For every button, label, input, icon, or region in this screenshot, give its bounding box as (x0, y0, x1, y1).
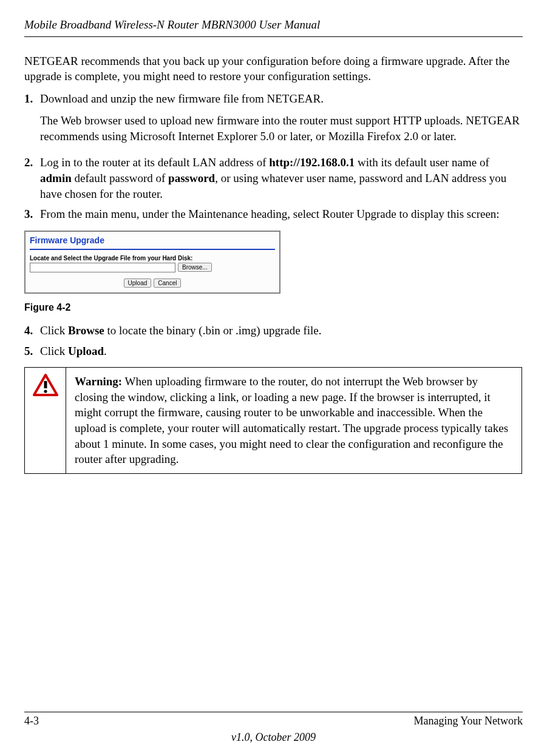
file-input[interactable] (30, 263, 175, 272)
browse-ref: Browse (68, 324, 104, 337)
step-number: 3. (24, 206, 40, 222)
section-title: Managing Your Network (414, 715, 523, 727)
warning-label: Warning: (75, 375, 122, 388)
step-number: 4. (24, 323, 40, 339)
step-2: 2. Log in to the router at its default L… (24, 155, 523, 201)
password-text: password (168, 172, 215, 184)
step-text: Download and unzip the new firmware file… (40, 92, 324, 105)
step-number: 2. (24, 155, 40, 201)
svg-point-2 (44, 390, 47, 393)
version-date: v1.0, October 2009 (24, 731, 523, 744)
svg-rect-1 (44, 381, 47, 388)
step-1: 1. Download and unzip the new firmware f… (24, 91, 523, 150)
warning-body: When uploading firmware to the router, d… (75, 375, 508, 465)
warning-box: Warning: When uploading firmware to the … (24, 367, 522, 474)
step-5: 5. Click Upload. (24, 343, 523, 359)
page-footer: 4-3 Managing Your Network v1.0, October … (24, 712, 523, 744)
firmware-upgrade-panel: Firmware Upgrade Locate and Select the U… (24, 231, 280, 294)
intro-paragraph: NETGEAR recommends that you back up your… (24, 54, 523, 84)
header-title: Mobile Broadband Wireless-N Router MBRN3… (24, 18, 523, 37)
page-number: 4-3 (24, 715, 39, 727)
divider (30, 249, 275, 250)
step-number: 5. (24, 343, 40, 359)
cancel-button[interactable]: Cancel (154, 278, 181, 288)
step-subtext: The Web browser used to upload new firmw… (40, 113, 523, 144)
step-4: 4. Click Browse to locate the binary (.b… (24, 323, 523, 339)
upload-button[interactable]: Upload (124, 278, 152, 288)
warning-icon-cell (25, 368, 66, 473)
figure-caption: Figure 4-2 (24, 302, 523, 313)
url-text: http://192.168.0.1 (269, 156, 355, 169)
step-text: Log in to the router at its default LAN … (40, 156, 269, 169)
file-label: Locate and Select the Upgrade File from … (27, 255, 278, 263)
figure-firmware-upgrade: Firmware Upgrade Locate and Select the U… (24, 231, 523, 313)
warning-text: Warning: When uploading firmware to the … (66, 368, 522, 473)
warning-icon (33, 374, 58, 397)
username-text: admin (40, 172, 72, 184)
browse-button[interactable]: Browse... (178, 263, 212, 272)
upload-ref: Upload (68, 345, 104, 357)
step-text: From the main menu, under the Maintenanc… (40, 208, 500, 220)
panel-title: Firmware Upgrade (27, 233, 278, 246)
step-number: 1. (24, 91, 40, 150)
step-3: 3. From the main menu, under the Mainten… (24, 206, 523, 222)
